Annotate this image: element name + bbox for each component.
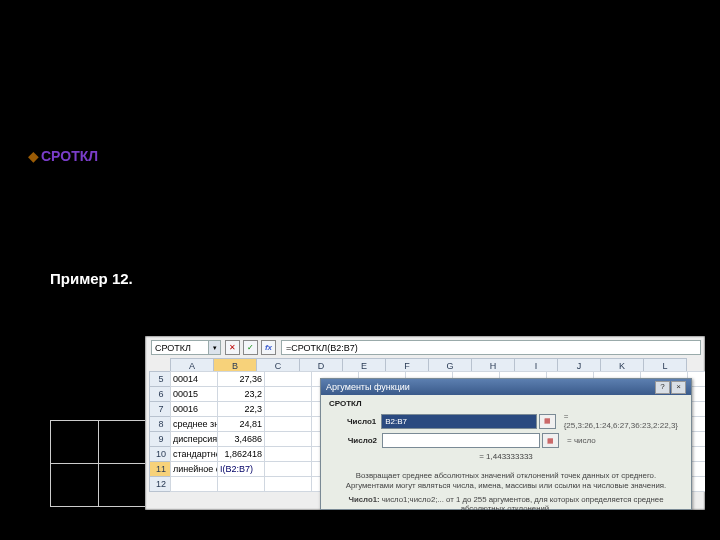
cell[interactable]: дисперсия [170,431,218,447]
cell[interactable] [264,476,312,492]
cell[interactable] [170,476,218,492]
cell[interactable] [217,476,265,492]
function-keyword: СРОТКЛ [41,148,98,164]
cell[interactable]: 00016 [170,401,218,417]
arg2-range-picker-icon[interactable]: ▦ [542,433,559,448]
arg1-input[interactable]: B2:B7 [381,414,537,429]
bullet-line: ◆СРОТКЛ [28,148,98,164]
arg2-expansion: = число [567,436,596,445]
cell[interactable]: 1,862418 [217,446,265,462]
cancel-icon[interactable]: ✕ [225,340,240,355]
cell[interactable]: среднее значение цены [170,416,218,432]
dialog-function-name: СРОТКЛ [329,399,683,408]
cell[interactable]: 22,3 [217,401,265,417]
excel-screenshot: СРОТКЛ ▾ ✕ ✓ fx =СРОТКЛ(B2:B7) ABCDEFGHI… [145,336,705,510]
accept-icon[interactable]: ✓ [243,340,258,355]
cell[interactable] [264,431,312,447]
cell[interactable] [264,401,312,417]
dialog-arg-help: Число1: число1;число2;... от 1 до 255 ар… [329,495,683,510]
arg2-label: Число2 [329,436,377,445]
bullet-diamond-icon: ◆ [28,148,39,164]
cell[interactable] [264,416,312,432]
cell[interactable]: 24,81 [217,416,265,432]
cell[interactable]: 23,2 [217,386,265,402]
cell[interactable]: 27,36 [217,371,265,387]
cell[interactable]: стандартное отклонение [170,446,218,462]
cell[interactable]: 3,4686 [217,431,265,447]
cell[interactable] [264,371,312,387]
dialog-close-button[interactable]: × [671,381,686,394]
name-box[interactable]: СРОТКЛ ▾ [151,340,221,355]
arg2-input[interactable] [382,433,540,448]
name-box-dropdown-icon[interactable]: ▾ [208,341,220,354]
decorative-grid [50,420,147,507]
cell[interactable]: 00015 [170,386,218,402]
dialog-help-button[interactable]: ? [655,381,670,394]
cell[interactable]: линейное отклонение [170,461,218,477]
arg1-label: Число1 [329,417,376,426]
cell[interactable] [264,446,312,462]
dialog-result: = 1,443333333 [329,452,683,461]
name-box-value: СРОТКЛ [155,343,191,353]
cell[interactable]: 00014 [170,371,218,387]
cell[interactable] [264,461,312,477]
formula-edit-buttons: ✕ ✓ fx [225,340,276,355]
dialog-title: Аргументы функции [326,379,410,395]
arg1-range-picker-icon[interactable]: ▦ [539,414,556,429]
cell[interactable] [264,386,312,402]
dialog-description: Возвращает среднее абсолютных значений о… [329,471,683,491]
cell[interactable]: I(B2:B7) [217,461,265,477]
fx-icon[interactable]: fx [261,340,276,355]
dialog-titlebar[interactable]: Аргументы функции ? × [321,379,691,395]
example-label: Пример 12. [50,270,133,287]
arg1-expansion: = {25,3:26,1:24,6:27,36:23,2:22,3} [564,412,683,430]
formula-bar[interactable]: =СРОТКЛ(B2:B7) [281,340,701,355]
function-arguments-dialog: Аргументы функции ? × СРОТКЛ Число1 B2:B… [320,378,692,510]
formula-bar-value: =СРОТКЛ(B2:B7) [286,343,358,353]
